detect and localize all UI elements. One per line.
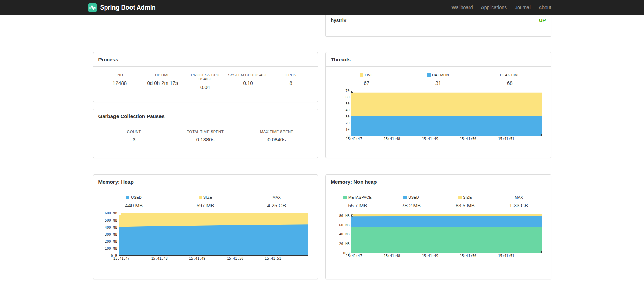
brand-title: Spring Boot Admin xyxy=(100,4,156,11)
nav-item-applications[interactable]: Applications xyxy=(477,5,511,10)
legend-live: LIVE 67 xyxy=(331,73,402,86)
legend-value: 78.2 MB xyxy=(384,202,438,208)
x-tick-label: 15:41:47 xyxy=(113,257,129,260)
legend-label: LIVE xyxy=(365,73,373,77)
x-tick-label: 15:41:49 xyxy=(422,254,438,258)
process-card-title: Process xyxy=(93,52,318,67)
memory-nonheap-card-title: Memory: Non heap xyxy=(326,175,551,189)
legend-label: MAX xyxy=(272,195,281,199)
y-tick-label: 20 MB xyxy=(339,242,349,246)
x-tick-label: 15:41:51 xyxy=(498,254,515,258)
x-tick-label: 15:41:50 xyxy=(460,137,476,141)
memory-heap-chart-x-axis: 15:41:4715:41:4815:41:4915:41:5015:41:51 xyxy=(119,257,308,262)
legend-max: MAX 1.33 GB xyxy=(492,195,546,208)
memory-heap-chart-y-axis: 600 MB500 MB400 MB300 MB200 MB100 MB0 B xyxy=(98,213,119,262)
threads-legend: LIVE 67 DAEMON 31 PEAK LIVE 68 xyxy=(331,73,546,86)
threads-chart-plot-wrap: 15:41:4715:41:4815:41:4915:41:5015:41:51 xyxy=(351,91,542,142)
metaspace-swatch-icon xyxy=(343,196,347,199)
brand-link[interactable]: Spring Boot Admin xyxy=(88,3,156,12)
process-stats: PID 12488 UPTIME 0d 0h 2m 17s PROCESS CP… xyxy=(98,73,312,90)
stat-label: CPUS xyxy=(270,73,312,77)
y-tick-label: 500 MB xyxy=(105,218,117,222)
memory-heap-chart-plot-wrap: 15:41:4715:41:4815:41:4915:41:5015:41:51 xyxy=(119,213,308,262)
legend-used: USED 78.2 MB xyxy=(384,195,438,208)
x-tick-label: 15:41:49 xyxy=(189,257,205,260)
y-tick-label: 20 xyxy=(345,121,349,125)
legend-size: SIZE 83.5 MB xyxy=(438,195,492,208)
legend-value: 55.7 MB xyxy=(331,202,385,208)
chart-svg xyxy=(351,91,542,136)
memory-heap-legend: USED 440 MB SIZE 597 MB MAX 4.25 GB xyxy=(98,195,312,208)
size-swatch-icon xyxy=(199,196,202,199)
stat-process-cpu-usage: PROCESS CPU USAGE 0.01 xyxy=(184,73,227,90)
legend-label: MAX xyxy=(515,195,523,199)
legend-value: 4.25 GB xyxy=(241,202,312,208)
memory-nonheap-legend: METASPACE 55.7 MB USED 78.2 MB SIZE 83.5… xyxy=(331,195,546,208)
memory-nonheap-card-body: METASPACE 55.7 MB USED 78.2 MB SIZE 83.5… xyxy=(326,189,551,266)
y-tick-label: 300 MB xyxy=(105,233,117,237)
stat-value: 12488 xyxy=(98,80,141,86)
legend-peak-live: PEAK LIVE 68 xyxy=(474,73,546,86)
stat-value: 0.10 xyxy=(227,80,270,86)
legend-value: 440 MB xyxy=(98,202,170,208)
legend-size: SIZE 597 MB xyxy=(170,195,241,208)
nav-item-journal[interactable]: Journal xyxy=(511,5,535,10)
navbar-inner: Spring Boot Admin Wallboard Applications… xyxy=(93,0,551,15)
garbage-collection-card: Garbage Collection Pauses COUNT 3 TOTAL … xyxy=(93,109,318,158)
stat-gc-max-time: MAX TIME SPENT 0.0840s xyxy=(241,130,312,142)
legend-value: 597 MB xyxy=(170,202,241,208)
y-tick-label: 100 MB xyxy=(105,247,117,250)
stat-value: 0.1380s xyxy=(170,137,241,142)
stat-value: 0.01 xyxy=(184,84,227,90)
stat-value: 0.0840s xyxy=(241,137,312,142)
used-swatch-icon xyxy=(126,196,129,199)
stat-label: MAX TIME SPENT xyxy=(241,130,312,134)
daemon-swatch-icon xyxy=(427,73,431,77)
y-tick-label: 30 xyxy=(345,115,349,119)
legend-value: 1.33 GB xyxy=(492,202,546,208)
stat-label: SYSTEM CPU USAGE xyxy=(227,73,270,77)
y-tick-label: 60 xyxy=(345,95,349,99)
used-swatch-icon xyxy=(403,196,407,199)
legend-label: METASPACE xyxy=(348,195,372,199)
stat-value: 8 xyxy=(270,80,312,86)
left-column: Process PID 12488 UPTIME 0d 0h 2m 17s PR… xyxy=(93,15,318,158)
chart-svg xyxy=(351,213,542,253)
legend-label: USED xyxy=(408,195,419,199)
x-tick-label: 15:41:51 xyxy=(265,257,281,260)
stat-gc-total-time: TOTAL TIME SPENT 0.1380s xyxy=(170,130,241,142)
daemon-area xyxy=(351,116,542,136)
applications-panel: hystrix UP xyxy=(325,15,551,37)
nav-item-about[interactable]: About xyxy=(535,5,551,10)
main-content: Process PID 12488 UPTIME 0d 0h 2m 17s PR… xyxy=(93,15,551,279)
legend-value: 31 xyxy=(402,80,474,86)
application-row-hystrix[interactable]: hystrix UP xyxy=(326,15,551,26)
legend-value: 68 xyxy=(474,80,546,86)
legend-label: SIZE xyxy=(463,195,472,199)
memory-nonheap-chart-y-axis: 80 MB60 MB40 MB20 MB0 B xyxy=(331,213,351,259)
y-tick-label: 400 MB xyxy=(105,226,117,229)
y-tick-label: 60 MB xyxy=(339,223,349,227)
live-swatch-icon xyxy=(360,73,363,77)
application-name: hystrix xyxy=(331,18,347,23)
stat-label: TOTAL TIME SPENT xyxy=(170,130,241,134)
spring-boot-admin-logo-icon xyxy=(88,3,97,12)
legend-daemon: DAEMON 31 xyxy=(402,73,474,86)
legend-value: 83.5 MB xyxy=(438,202,492,208)
y-tick-label: 80 MB xyxy=(339,214,349,218)
nav-item-wallboard[interactable]: Wallboard xyxy=(447,5,477,10)
application-status-badge: UP xyxy=(539,18,546,23)
process-card: Process PID 12488 UPTIME 0d 0h 2m 17s PR… xyxy=(93,52,318,102)
y-tick-label: 200 MB xyxy=(105,240,117,243)
x-tick-label: 15:41:48 xyxy=(384,137,400,141)
used-area xyxy=(119,224,308,256)
gc-card-body: COUNT 3 TOTAL TIME SPENT 0.1380s MAX TIM… xyxy=(93,123,318,149)
legend-label: PEAK LIVE xyxy=(500,73,520,77)
stat-label: COUNT xyxy=(98,130,170,134)
metaspace-area xyxy=(351,227,542,253)
threads-card-title: Threads xyxy=(326,52,551,67)
y-tick-label: 600 MB xyxy=(105,211,117,215)
x-tick-label: 15:41:47 xyxy=(346,254,362,258)
threads-chart-x-axis: 15:41:4715:41:4815:41:4915:41:5015:41:51 xyxy=(351,137,542,142)
memory-heap-chart-plot xyxy=(119,213,308,256)
